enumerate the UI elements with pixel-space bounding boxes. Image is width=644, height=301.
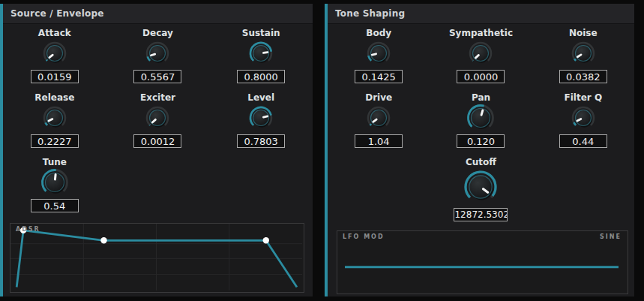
sustain-control: Sustain 0.8000 (209, 26, 313, 91)
cutoff-value-box[interactable]: 12872.5302... (454, 208, 508, 221)
tune-label: Tune (43, 157, 67, 168)
tune-knob[interactable] (40, 170, 70, 195)
tune-control: Tune 0.54 (3, 155, 106, 220)
noise-control: Noise 0.0382 (532, 26, 634, 91)
attack-value-box[interactable]: 0.0159 (31, 70, 79, 83)
adsr-envelope-curve (10, 224, 302, 290)
attack-control: Attack 0.0159 (3, 26, 106, 91)
drive-control: Drive 1.04 (328, 91, 430, 155)
level-label: Level (247, 92, 274, 104)
adsr-display-label: ADSR (16, 226, 40, 233)
body-value-box[interactable]: 0.1425 (355, 70, 403, 83)
pan-control: Pan 0.120 (430, 91, 532, 155)
level-value-box[interactable]: 0.7803 (237, 134, 285, 148)
lfo-wave-label[interactable]: SINE (600, 233, 622, 240)
sustain-knob[interactable] (248, 41, 274, 66)
sympathetic-value-box[interactable]: 0.0000 (457, 70, 505, 83)
cutoff-label: Cutoff (466, 157, 496, 168)
lfo-waveform (337, 231, 626, 292)
exciter-knob[interactable] (145, 105, 170, 131)
release-control: Release 0.2227 (3, 91, 106, 155)
panel-header: Tone Shaping (328, 4, 634, 24)
source-envelope-panel: Source / Envelope Attack 0.0159 Decay (0, 4, 313, 296)
cutoff-knob[interactable] (463, 170, 499, 204)
sustain-label: Sustain (242, 28, 280, 39)
lfo-mod-display[interactable]: LFO MOD SINE (337, 230, 628, 294)
attack-knob[interactable] (42, 41, 67, 66)
exciter-label: Exciter (140, 92, 175, 104)
pan-value-box[interactable]: 0.120 (457, 134, 505, 148)
decay-value-box[interactable]: 0.5567 (133, 70, 181, 83)
noise-knob[interactable] (571, 41, 596, 66)
exciter-control: Exciter 0.0012 (106, 91, 210, 155)
cutoff-control: Cutoff 12872.5302... (328, 155, 634, 230)
adsr-envelope-display[interactable]: ADSR (10, 223, 304, 293)
source-knob-grid: Attack 0.0159 Decay 0.5567 (3, 24, 313, 220)
pan-knob[interactable] (466, 105, 496, 131)
drive-label: Drive (365, 92, 392, 104)
level-control: Level 0.7803 (209, 91, 313, 155)
filter-q-label: Filter Q (565, 92, 603, 104)
decay-label: Decay (142, 28, 173, 39)
sympathetic-knob[interactable] (468, 41, 493, 66)
filter-q-knob[interactable] (571, 105, 596, 131)
filter-q-control: Filter Q 0.44 (532, 91, 634, 155)
body-control: Body 0.1425 (328, 26, 430, 91)
release-label: Release (34, 92, 74, 104)
noise-label: Noise (569, 28, 598, 39)
body-label: Body (366, 28, 391, 39)
release-knob[interactable] (42, 105, 67, 131)
filter-q-value-box[interactable]: 0.44 (559, 134, 607, 148)
drive-value-box[interactable]: 1.04 (355, 134, 403, 148)
decay-control: Decay 0.5567 (106, 26, 210, 91)
drive-knob[interactable] (366, 105, 391, 131)
pan-label: Pan (472, 92, 490, 104)
tone-knob-grid: Body 0.1425 Sympathetic 0.0000 (328, 24, 634, 230)
release-value-box[interactable]: 0.2227 (31, 134, 79, 148)
exciter-value-box[interactable]: 0.0012 (133, 134, 181, 148)
lfo-mod-label: LFO MOD (343, 233, 385, 240)
body-knob[interactable] (366, 41, 391, 66)
level-knob[interactable] (248, 105, 274, 131)
tune-value-box[interactable]: 0.54 (31, 199, 79, 212)
sustain-value-box[interactable]: 0.8000 (237, 70, 285, 83)
attack-label: Attack (38, 28, 71, 39)
sympathetic-label: Sympathetic (449, 28, 513, 39)
panel-header: Source / Envelope (3, 4, 313, 24)
tone-shaping-panel: Tone Shaping Body 0.1425 Sympathetic (325, 4, 634, 296)
decay-knob[interactable] (145, 41, 170, 66)
sympathetic-control: Sympathetic 0.0000 (430, 26, 532, 91)
noise-value-box[interactable]: 0.0382 (559, 70, 607, 83)
